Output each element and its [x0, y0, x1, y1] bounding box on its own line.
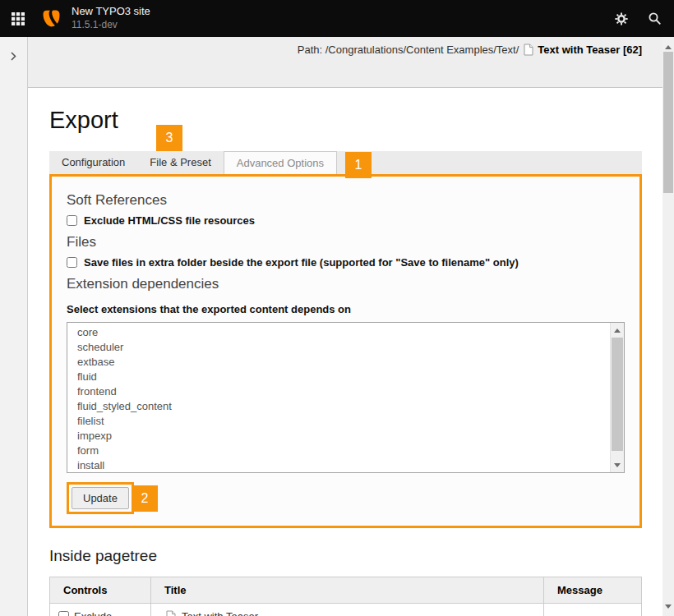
tab-configuration[interactable]: Configuration	[49, 151, 137, 174]
column-header-title: Title	[151, 577, 544, 604]
tab-file-preset[interactable]: File & Preset	[137, 151, 223, 174]
search-button[interactable]	[638, 0, 671, 37]
listbox-scrollbar-thumb[interactable]	[612, 338, 623, 451]
search-icon	[648, 11, 662, 25]
page-title: Export	[49, 107, 642, 133]
record-message-cell	[544, 604, 642, 616]
site-info: New TYPO3 site 11.5.1-dev	[72, 5, 150, 31]
module-area: Path: /Congratulations/Content Examples/…	[28, 37, 662, 616]
extension-option[interactable]: form	[67, 444, 624, 458]
pagetree-table: Controls Title Message Exclude	[49, 577, 642, 616]
extension-dependencies-heading: Extension dependencies	[67, 276, 625, 292]
chevron-right-icon	[11, 52, 16, 61]
site-title: New TYPO3 site	[72, 5, 150, 19]
extension-option[interactable]: frontend	[67, 384, 624, 399]
save-extra-folder-label[interactable]: Save files in extra folder beside the ex…	[84, 256, 519, 269]
update-button[interactable]: Update	[72, 487, 129, 509]
listbox-scroll-up-button[interactable]	[611, 324, 624, 337]
extension-option[interactable]: scheduler	[67, 340, 624, 355]
breadcrumb-record-title: Text with Teaser [62]	[538, 44, 642, 56]
typo3-backend-screen: New TYPO3 site 11.5.1-dev	[0, 0, 674, 616]
extensions-options: core scheduler extbase fluid frontend fl…	[67, 323, 624, 473]
exclude-record-control: Exclude	[58, 610, 142, 616]
scroll-down-button[interactable]	[662, 600, 674, 613]
scroll-up-icon	[614, 329, 621, 333]
exclude-htmlcss-checkbox[interactable]	[67, 215, 77, 226]
docheader: Path: /Congratulations/Content Examples/…	[28, 37, 662, 88]
exclude-record-checkbox[interactable]	[58, 611, 69, 616]
annotation-badge-1: 1	[345, 152, 372, 178]
files-heading: Files	[67, 234, 625, 251]
record-title-cell: Text with Teaser	[166, 610, 535, 616]
pagetree-collapsed-strip	[0, 37, 28, 616]
grid-icon	[12, 12, 25, 25]
advanced-options-panel: Soft References Exclude HTML/CSS file re…	[49, 174, 642, 528]
extension-option[interactable]: impexp	[67, 429, 624, 444]
update-button-highlight: Update	[67, 482, 134, 514]
exclude-record-label[interactable]: Exclude	[74, 610, 112, 616]
modules-menu-button[interactable]	[0, 0, 36, 37]
column-header-message: Message	[544, 577, 642, 604]
topbar: New TYPO3 site 11.5.1-dev	[0, 0, 674, 37]
table-row: Exclude Text with Teaser	[50, 604, 642, 616]
breadcrumb-path: Path: /Congratulations/Content Examples/…	[298, 44, 519, 56]
exclude-htmlcss-row: Exclude HTML/CSS file resources	[67, 214, 625, 227]
save-extra-folder-checkbox[interactable]	[67, 257, 77, 268]
extension-option[interactable]: fluid_styled_content	[67, 399, 624, 414]
topbar-left: New TYPO3 site 11.5.1-dev	[0, 0, 150, 37]
scroll-down-icon	[614, 463, 621, 467]
column-header-controls: Controls	[50, 577, 151, 604]
update-row: Update 2	[67, 482, 625, 514]
listbox-scrollbar[interactable]	[610, 323, 624, 472]
exclude-htmlcss-label[interactable]: Exclude HTML/CSS file resources	[84, 214, 255, 227]
inside-pagetree-heading: Inside pagetree	[49, 547, 642, 565]
page-scrollbar-thumb[interactable]	[663, 52, 673, 193]
module-content: Export 3 Configuration File & Preset Adv…	[28, 88, 662, 616]
listbox-scroll-down-button[interactable]	[611, 458, 624, 471]
tabbar: Configuration File & Preset Advanced Opt…	[49, 151, 642, 174]
extension-option[interactable]: core	[67, 325, 624, 340]
gear-icon	[615, 12, 628, 25]
save-extra-folder-row: Save files in extra folder beside the ex…	[67, 256, 625, 269]
extension-option[interactable]: filelist	[67, 414, 624, 429]
tab-advanced-options[interactable]: Advanced Options	[224, 151, 337, 174]
expand-navigation-button[interactable]	[5, 47, 23, 65]
extensions-listbox[interactable]: core scheduler extbase fluid frontend fl…	[67, 322, 625, 473]
extension-option[interactable]: extbase	[67, 355, 624, 370]
record-title: Text with Teaser	[182, 610, 258, 616]
table-header-row: Controls Title Message	[50, 577, 642, 604]
annotation-badge-2: 2	[132, 485, 158, 512]
topbar-right	[605, 0, 674, 37]
settings-button[interactable]	[605, 0, 638, 37]
extension-option[interactable]: fluid	[67, 370, 624, 384]
breadcrumb-record: Text with Teaser [62]	[524, 44, 642, 56]
page-icon	[524, 44, 533, 56]
scroll-down-icon	[665, 605, 672, 609]
breadcrumb: Path: /Congratulations/Content Examples/…	[298, 44, 642, 56]
extensions-select-label: Select extensions that the exported cont…	[67, 303, 625, 315]
page-icon	[166, 610, 176, 616]
typo3-logo[interactable]	[42, 9, 61, 28]
scroll-up-icon	[665, 45, 672, 49]
page-scrollbar[interactable]	[662, 37, 674, 616]
extension-option[interactable]: install	[67, 458, 624, 473]
site-version: 11.5.1-dev	[72, 19, 150, 32]
soft-references-heading: Soft References	[67, 192, 625, 209]
annotation-badge-3: 3	[156, 125, 182, 151]
